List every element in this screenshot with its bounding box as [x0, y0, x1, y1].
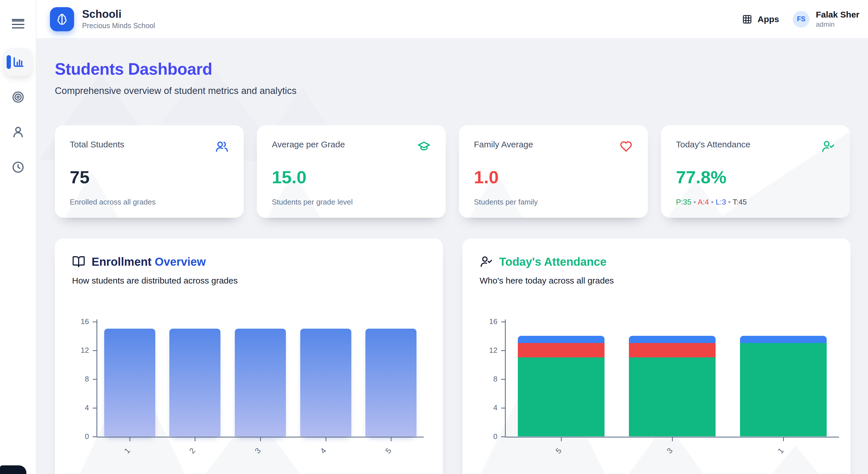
stat-value: 77.8%	[676, 168, 835, 186]
x-tick-label: 1	[123, 446, 132, 455]
user-menu[interactable]: FS Falak Sher admin	[793, 10, 859, 29]
bar-segment-present-grade-5	[518, 357, 604, 436]
stat-card-average-per-grade: Average per Grade 15.0 Students per grad…	[257, 125, 446, 218]
x-tick-mark	[195, 438, 195, 441]
sidebar-item-history[interactable]	[4, 153, 32, 181]
stat-label: Total Students	[70, 140, 124, 149]
stat-description: Students per grade level	[272, 198, 431, 207]
chart-title-secondary: Overview	[155, 256, 206, 268]
stat-card-total-students: Total Students 75 Enrolled across all gr…	[55, 125, 244, 218]
stat-description: Enrolled across all grades	[70, 198, 229, 207]
apps-button[interactable]: Apps	[742, 14, 779, 24]
brand-text: Schooli Precious Minds School	[82, 8, 155, 30]
x-tick-label: 3	[253, 446, 262, 455]
y-tick-label: 0	[62, 432, 89, 441]
stat-description: Students per family	[474, 198, 633, 207]
x-tick-label: 1	[776, 446, 786, 455]
x-tick-mark	[561, 438, 562, 441]
x-tick-mark	[326, 438, 327, 441]
sidebar-nav	[0, 39, 36, 181]
charts-row: Enrollment Overview How students are dis…	[55, 238, 850, 474]
bar-segment-absent-grade-3	[629, 343, 716, 357]
sidebar-item-targets[interactable]	[4, 83, 32, 111]
user-icon	[11, 125, 25, 139]
bar-chart-icon	[11, 55, 25, 69]
user-meta: Falak Sher admin	[816, 10, 859, 29]
grid-apps-icon	[742, 14, 752, 24]
stat-value: 1.0	[474, 168, 633, 186]
bar-segment-late-grade-3	[629, 336, 716, 343]
breakdown-separator: •	[726, 198, 733, 206]
main-content: Students Dashboard Comprehensive overvie…	[36, 39, 868, 474]
bar-segment-present-grade-1	[740, 343, 827, 436]
y-axis-line	[96, 320, 97, 437]
user-name: Falak Sher	[816, 10, 859, 20]
y-tick-mark	[93, 436, 97, 437]
x-tick-label: 5	[554, 446, 563, 455]
stat-value: 75	[70, 168, 229, 186]
breakdown-separator: •	[691, 198, 698, 206]
avatar: FS	[793, 11, 809, 28]
y-tick-label: 16	[62, 317, 89, 326]
stat-label: Average per Grade	[272, 140, 345, 149]
chart-title: Enrollment Overview	[92, 256, 206, 268]
x-tick-label: 2	[188, 446, 197, 455]
page-title: Students Dashboard	[55, 59, 297, 79]
todays-attendance-card: Today's Attendance Who's here today acro…	[462, 238, 850, 474]
graduation-cap-icon	[417, 140, 431, 153]
brand-tagline: Precious Minds School	[82, 22, 155, 30]
page-header: Students Dashboard Comprehensive overvie…	[55, 59, 297, 96]
enrollment-bar-chart: 048121612345	[55, 238, 443, 474]
x-tick-label: 4	[319, 446, 328, 455]
x-tick-mark	[391, 438, 392, 441]
target-icon	[11, 90, 25, 104]
attendance-breakdown: P:35 • A:4 • L:3 • T:45	[676, 198, 835, 207]
chart-header: Enrollment Overview	[72, 255, 206, 268]
y-tick-mark	[501, 408, 505, 409]
bar-segment-late-grade-1	[740, 336, 827, 343]
clock-icon	[11, 160, 25, 174]
sidebar-item-dashboard[interactable]	[4, 48, 32, 76]
user-check-icon	[821, 140, 835, 153]
breakdown-part: P:35	[676, 198, 691, 206]
breakdown-part: T:45	[733, 198, 747, 206]
y-tick-mark	[93, 322, 97, 322]
heart-icon	[619, 140, 633, 153]
bottom-left-corner-chip[interactable]	[0, 465, 26, 474]
chart-header: Today's Attendance	[479, 255, 607, 268]
stats-row: Total Students 75 Enrolled across all gr…	[55, 125, 850, 218]
y-tick-mark	[501, 436, 505, 437]
bar-segment-value-grade-2	[169, 329, 220, 436]
stat-card-family-average: Family Average 1.0 Students per family	[459, 125, 648, 218]
chart-subtitle: Who's here today across all grades	[479, 276, 614, 286]
brand-name: Schooli	[82, 8, 155, 21]
y-tick-mark	[93, 408, 97, 409]
y-tick-label: 8	[62, 375, 89, 384]
y-tick-label: 12	[62, 346, 89, 355]
attendance-stacked-bar-chart: 0481216531	[462, 238, 850, 474]
app-root: Schooli Precious Minds School Apps FS Fa…	[0, 0, 868, 474]
y-tick-label: 4	[470, 403, 497, 412]
brand: Schooli Precious Minds School	[50, 7, 155, 31]
stat-value: 15.0	[272, 168, 431, 186]
bar-segment-value-grade-5	[365, 329, 416, 436]
y-tick-mark	[93, 350, 97, 351]
stat-label: Today's Attendance	[676, 140, 750, 149]
y-tick-mark	[501, 350, 505, 351]
users-icon	[215, 140, 229, 153]
y-tick-label: 16	[470, 317, 497, 326]
bar-segment-late-grade-5	[518, 336, 604, 343]
brand-logo	[50, 7, 74, 31]
sidebar-item-students[interactable]	[4, 118, 32, 146]
y-tick-mark	[93, 379, 97, 380]
x-tick-mark	[672, 438, 673, 441]
user-role: admin	[816, 21, 859, 28]
active-indicator-pill	[7, 55, 11, 69]
y-axis-line	[505, 320, 506, 437]
stat-label: Family Average	[474, 140, 533, 149]
bar-segment-value-grade-1	[104, 329, 155, 436]
hamburger-menu-button[interactable]	[0, 0, 36, 39]
y-tick-label: 12	[470, 346, 497, 355]
brain-icon	[55, 12, 69, 26]
stat-card-todays-attendance: Today's Attendance 77.8% P:35 • A:4 • L:…	[661, 125, 850, 218]
